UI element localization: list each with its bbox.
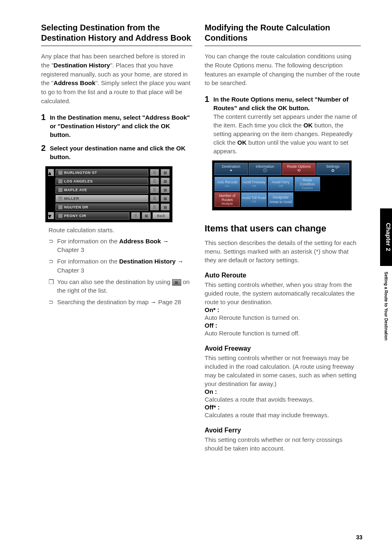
note-item: ⊃ Searching the destination by map → Pag… [48, 298, 192, 307]
scroll-up-button[interactable]: ▴ [48, 169, 54, 176]
list-item[interactable]: MAPLE AVE [55, 186, 148, 194]
map-pin-icon [58, 171, 62, 175]
figure-caption: Route calculation starts. [48, 226, 192, 233]
map-pin-icon [58, 196, 62, 201]
step-text: Select your destination name and click t… [50, 144, 192, 161]
info-icon[interactable]: ☰ [131, 212, 140, 219]
supset-icon: ⊃ [48, 237, 54, 255]
map-pin-icon [58, 205, 62, 209]
destination-list-figure: ▴ BURLINGTON ST ☰ ▦ LOS ANGELES ☰ ▦ MAPL… [45, 166, 192, 222]
list-item[interactable]: BURLINGTON ST [55, 169, 148, 176]
note-item: ⊃ For information on the Address Book → … [48, 237, 192, 255]
intro-paragraph: You can change the route calculation con… [205, 52, 361, 88]
subheading-avoid-ferry: Avoid Ferry [205, 427, 361, 434]
step-2: 2 Select your destination name and click… [41, 144, 192, 161]
step-number: 2 [41, 144, 46, 161]
chapter-label: Chapter 2 [380, 208, 392, 266]
arrow-right-icon: → [150, 298, 157, 305]
avoid-freeway-body: This setting controls whether or not fre… [205, 354, 361, 388]
tab-settings[interactable]: Settings✿ [316, 163, 350, 175]
avoid-ferry-body: This setting controls whether or not fer… [205, 435, 361, 453]
map-pin-icon [58, 179, 62, 183]
option-number-of-routes[interactable]: Number of RoutesMultiple [214, 192, 240, 207]
step-text: In the Destination menu, select "Address… [50, 113, 192, 139]
subheading-auto-reroute: Auto Reroute [205, 272, 361, 279]
auto-reroute-body: This setting controls whether, when you … [205, 280, 361, 306]
list-item[interactable]: PEONY CIR [55, 212, 129, 220]
back-button[interactable]: Back [152, 212, 170, 219]
option-route-condition[interactable]: Route ConditionFastest [295, 177, 320, 191]
note-item: ⊃ For information on the Destination His… [48, 257, 192, 275]
info-icon[interactable]: ☰ [150, 169, 159, 176]
option-desc: Auto Reroute function is turned off. [205, 329, 361, 337]
tab-information[interactable]: Informationⓘ [249, 163, 282, 175]
list-item[interactable]: MILLER [55, 195, 148, 202]
map-pin-icon [58, 188, 62, 192]
option-on-star: On* : [205, 306, 361, 313]
arrow-right-icon: → [178, 258, 184, 265]
info-icon[interactable]: ☰ [150, 178, 159, 185]
section-heading: Modifying the Route Calculation Conditio… [205, 23, 361, 46]
info-icon[interactable]: ☰ [150, 186, 159, 193]
arrow-right-icon: → [163, 238, 169, 245]
map-icon[interactable]: ▦ [161, 186, 170, 193]
option-designate-areas[interactable]: Designate Areas to Avoid [268, 192, 293, 207]
map-icon[interactable]: ▦ [161, 203, 170, 210]
map-icon[interactable]: ▦ [142, 212, 151, 219]
option-desc: Calculates a route that avoids freeways. [205, 395, 361, 404]
side-tab: Chapter 2 Setting a Route to Your Destin… [380, 208, 392, 381]
destination-icon: ✦ [215, 169, 247, 173]
note-item: ❐ You can also see the destination by us… [48, 277, 192, 296]
map-icon[interactable]: ▦ [161, 195, 170, 202]
step-number: 1 [205, 95, 209, 155]
option-on: On : [205, 388, 361, 395]
supset-icon: ⊃ [48, 257, 54, 275]
option-off: Off : [205, 322, 361, 329]
intro-paragraph: Any place that has been searched before … [41, 52, 192, 106]
option-off-star: Off* : [205, 404, 361, 411]
info-icon[interactable]: ☰ [150, 195, 159, 202]
option-avoid-toll[interactable]: Avoid Toll RoadOff [241, 192, 267, 207]
option-desc: Auto Reroute function is turned on. [205, 313, 361, 322]
list-item[interactable]: NGUYEN DR [55, 203, 148, 211]
items-intro: This section describes the details of th… [205, 238, 361, 264]
tab-destination[interactable]: Destination✦ [214, 163, 248, 175]
route-icon: ⟲ [283, 169, 315, 173]
option-auto-reroute[interactable]: Auto RerouteOn [214, 177, 240, 191]
supset-icon: ⊃ [48, 298, 54, 307]
info-icon[interactable]: ☰ [150, 203, 159, 210]
step-number: 1 [41, 113, 46, 139]
scroll-down-button[interactable]: ▾ [48, 212, 54, 219]
option-desc: Calculates a route that may include free… [205, 411, 361, 419]
map-icon[interactable]: ▦ [161, 178, 170, 185]
gear-icon: ✿ [317, 169, 349, 173]
subheading-avoid-freeway: Avoid Freeway [205, 345, 361, 352]
step-text: In the Route Options menu, select "Numbe… [213, 95, 361, 155]
route-options-figure: Destination✦ Informationⓘ Route Options⟲… [212, 160, 361, 210]
section-heading: Selecting Destination from the Destinati… [41, 23, 192, 46]
step-1: 1 In the Route Options menu, select "Num… [205, 95, 361, 155]
checkbox-icon: ❐ [48, 277, 54, 296]
info-icon: ⓘ [249, 169, 281, 173]
map-icon[interactable]: ▦ [161, 169, 170, 176]
list-item[interactable]: LOS ANGELES [55, 178, 148, 185]
section-heading-items: Items that users can change [205, 223, 361, 234]
option-avoid-ferry[interactable]: Avoid FerryOff [268, 177, 293, 191]
page-number: 33 [356, 534, 362, 541]
option-avoid-freeway[interactable]: Avoid FreewayOff [241, 177, 267, 191]
tab-route-options[interactable]: Route Options⟲ [282, 163, 316, 175]
map-pin-icon [58, 214, 62, 218]
step-1: 1 In the Destination menu, select "Addre… [41, 113, 192, 139]
chapter-title: Setting a Route to Your Destination [380, 266, 392, 381]
map-icon: ▦ [172, 279, 181, 286]
